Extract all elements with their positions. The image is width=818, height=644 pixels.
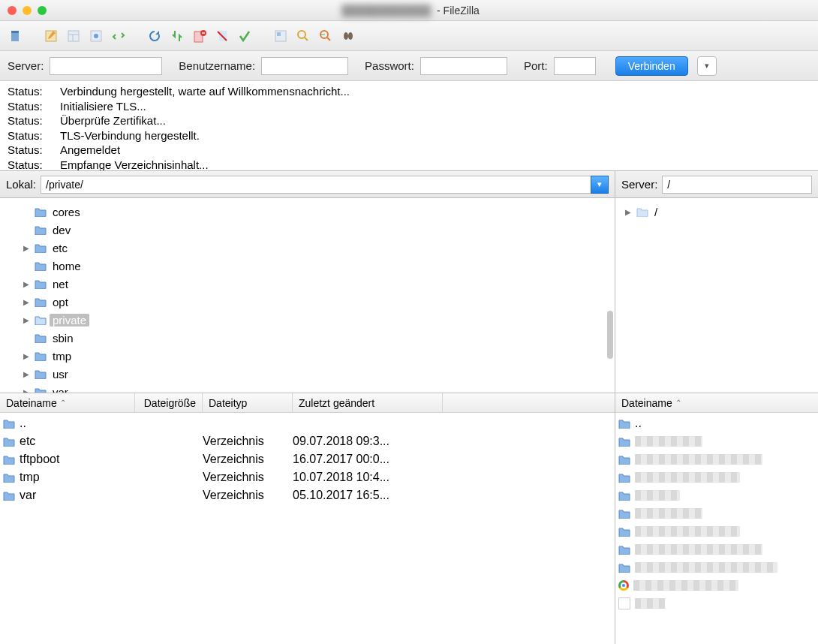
expand-arrow-icon[interactable] <box>21 298 32 306</box>
toggle-log-button[interactable] <box>42 27 60 45</box>
tree-item-usr[interactable]: usr <box>21 365 615 383</box>
tree-panes: coresdevetchomenetoptprivatesbintmpusrva… <box>0 198 818 393</box>
folder-icon <box>35 333 47 343</box>
cancel-button[interactable] <box>191 27 209 45</box>
file-type: Verzeichnis <box>203 453 293 466</box>
file-row[interactable] <box>615 504 818 522</box>
file-row[interactable] <box>615 540 818 558</box>
sort-asc-icon: ⌃ <box>675 399 681 407</box>
process-queue-button[interactable] <box>168 27 186 45</box>
file-row[interactable]: tmpVerzeichnis10.07.2018 10:4... <box>0 468 615 486</box>
filter-button[interactable] <box>272 27 290 45</box>
chrome-icon <box>618 580 629 591</box>
log-msg: Empfange Verzeichnisinhalt... <box>60 158 354 172</box>
toggle-tree-remote-button[interactable] <box>87 27 105 45</box>
local-list-body[interactable]: ..etcVerzeichnis09.07.2018 09:3...tftpbo… <box>0 413 615 644</box>
minimize-window-button[interactable] <box>23 6 32 15</box>
quickconnect-history-button[interactable] <box>697 56 717 76</box>
disconnect-button[interactable] <box>213 27 231 45</box>
tree-item-sbin[interactable]: sbin <box>21 329 615 347</box>
close-window-button[interactable] <box>8 6 17 15</box>
tree-item-etc[interactable]: etc <box>21 239 615 257</box>
file-row[interactable] <box>615 486 818 504</box>
file-row[interactable] <box>615 522 818 540</box>
scrollbar-thumb[interactable] <box>607 311 613 359</box>
file-row[interactable] <box>615 576 818 594</box>
toggle-tree-local-button[interactable] <box>65 27 83 45</box>
port-input[interactable] <box>554 57 596 75</box>
folder-icon <box>3 436 15 447</box>
expand-arrow-icon[interactable] <box>21 280 32 288</box>
file-row[interactable] <box>615 468 818 486</box>
tree-item-opt[interactable]: opt <box>21 293 615 311</box>
expand-arrow-icon[interactable] <box>623 208 633 216</box>
message-log[interactable]: Status:Verbindung hergestellt, warte auf… <box>0 81 818 171</box>
tree-item-var[interactable]: var <box>21 383 615 393</box>
expand-arrow-icon[interactable] <box>21 244 32 252</box>
file-icon <box>618 597 630 609</box>
file-modified: 16.07.2017 00:0... <box>293 453 443 466</box>
remote-list-body[interactable]: .. <box>615 413 818 644</box>
remote-path-input[interactable] <box>662 176 812 194</box>
file-modified: 05.10.2017 16:5... <box>293 489 443 502</box>
tree-item-tmp[interactable]: tmp <box>21 347 615 365</box>
search-remote-button[interactable] <box>339 27 357 45</box>
folder-icon <box>35 296 47 307</box>
reconnect-button[interactable] <box>236 27 254 45</box>
expand-arrow-icon[interactable] <box>21 388 32 393</box>
col-name[interactable]: Dateiname⌃ <box>615 393 818 412</box>
expand-arrow-icon[interactable] <box>21 370 32 378</box>
local-path-input[interactable] <box>41 176 591 194</box>
file-row[interactable]: tftpbootVerzeichnis16.07.2017 00:0... <box>0 450 615 468</box>
remote-tree[interactable]: / <box>615 198 818 393</box>
local-tree[interactable]: coresdevetchomenetoptprivatesbintmpusrva… <box>0 198 615 393</box>
tree-item-dev[interactable]: dev <box>21 221 615 239</box>
folder-icon <box>636 206 648 217</box>
local-path-dropdown[interactable] <box>591 176 609 194</box>
file-row[interactable] <box>615 558 818 576</box>
file-name-blurred <box>635 490 680 501</box>
tree-item-private[interactable]: private <box>21 311 615 329</box>
tree-item-home[interactable]: home <box>21 257 615 275</box>
refresh-button[interactable] <box>146 27 164 45</box>
sync-browsing-button[interactable] <box>317 27 335 45</box>
file-row[interactable] <box>615 432 818 450</box>
log-msg: Überprüfe Zertifikat... <box>60 113 354 128</box>
log-key: Status: <box>8 128 60 143</box>
col-size[interactable]: Dateigröße <box>135 393 203 412</box>
file-row[interactable] <box>615 594 818 612</box>
folder-icon <box>618 472 630 483</box>
file-row[interactable]: .. <box>615 414 818 432</box>
toggle-queue-button[interactable] <box>110 27 128 45</box>
file-row[interactable] <box>615 450 818 468</box>
local-list-header: Dateiname⌃ Dateigröße Dateityp Zuletzt g… <box>0 393 615 413</box>
tree-item-net[interactable]: net <box>21 275 615 293</box>
tree-item-label: net <box>50 278 71 290</box>
server-input[interactable] <box>50 57 162 75</box>
folder-icon <box>3 490 15 501</box>
server-label: Server: <box>8 59 44 72</box>
file-name-blurred <box>635 454 762 465</box>
svg-rect-1 <box>11 31 19 33</box>
username-input[interactable] <box>261 57 348 75</box>
remote-path-label: Server: <box>621 178 657 191</box>
file-row[interactable]: .. <box>0 414 615 432</box>
remote-tree-root[interactable]: / <box>623 203 818 221</box>
log-row: Status:Initialisiere TLS... <box>8 99 354 114</box>
col-type[interactable]: Dateityp <box>203 393 293 412</box>
file-row[interactable]: etcVerzeichnis09.07.2018 09:3... <box>0 432 615 450</box>
maximize-window-button[interactable] <box>38 6 47 15</box>
file-row[interactable]: varVerzeichnis05.10.2017 16:5... <box>0 486 615 504</box>
password-input[interactable] <box>420 57 507 75</box>
directory-compare-button[interactable] <box>294 27 312 45</box>
log-key: Status: <box>8 158 60 172</box>
tree-item-cores[interactable]: cores <box>21 203 615 221</box>
expand-arrow-icon[interactable] <box>21 316 32 324</box>
connect-button[interactable]: Verbinden <box>615 56 688 76</box>
file-name-blurred <box>633 580 738 591</box>
svg-rect-3 <box>68 31 79 41</box>
col-name[interactable]: Dateiname⌃ <box>0 393 135 412</box>
col-modified[interactable]: Zuletzt geändert <box>293 393 443 412</box>
site-manager-button[interactable] <box>6 27 24 45</box>
expand-arrow-icon[interactable] <box>21 352 32 360</box>
